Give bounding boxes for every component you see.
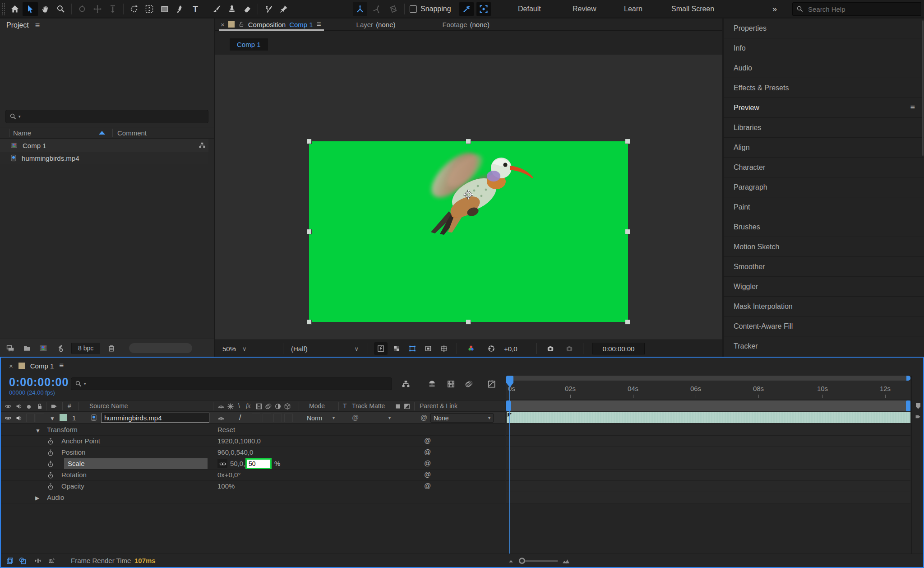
anchor-point-icon[interactable] <box>463 189 474 200</box>
selection-handle[interactable] <box>466 320 471 325</box>
rectangle-tool-icon[interactable] <box>157 2 172 16</box>
workspace-tab-learn[interactable]: Learn <box>624 0 642 18</box>
show-snapshot-icon[interactable] <box>563 342 576 355</box>
render-time-snail-icon[interactable] <box>46 556 57 566</box>
timeline-search-box[interactable]: ▾ <box>71 377 392 390</box>
workspace-tab-default[interactable]: Default <box>518 0 541 18</box>
local-axis-mode-button[interactable] <box>353 2 367 16</box>
panel-tab-align[interactable]: Align <box>724 138 924 158</box>
snapping-checkbox[interactable] <box>410 5 417 13</box>
constrain-proportions-link-icon[interactable] <box>217 459 227 468</box>
close-icon[interactable]: × <box>9 362 13 370</box>
luma-matte-column-icon[interactable] <box>403 403 411 410</box>
parent-pickwhip-icon[interactable]: @ <box>420 414 427 421</box>
expand-layer-switches-icon[interactable] <box>5 556 15 566</box>
motion-blur-column-icon[interactable] <box>265 403 272 410</box>
video-eye-column-icon[interactable] <box>5 403 12 410</box>
timeline-zoom-slider[interactable] <box>520 560 558 562</box>
exposure-value[interactable]: +0,0 <box>504 343 517 354</box>
panel-tab-motion-sketch[interactable]: Motion Sketch <box>724 237 924 257</box>
layer-lock-cell[interactable] <box>36 414 44 422</box>
timeline-navigator-bar[interactable] <box>506 376 910 381</box>
rotation-label[interactable]: Rotation <box>61 471 87 479</box>
playhead-handle[interactable] <box>506 376 513 383</box>
new-composition-icon[interactable] <box>39 344 48 352</box>
zoom-tool-icon[interactable] <box>53 2 69 16</box>
pickwhip-icon[interactable]: @ <box>424 437 431 444</box>
project-panel-menu-icon[interactable]: ≡ <box>35 21 40 30</box>
delete-trash-icon[interactable] <box>107 344 116 352</box>
region-of-interest-icon[interactable] <box>421 342 435 355</box>
timeline-menu-icon[interactable]: ≡ <box>59 361 64 370</box>
work-area-end-handle[interactable] <box>906 400 910 411</box>
motion-blur-icon[interactable] <box>461 377 476 391</box>
stopwatch-icon[interactable] <box>47 438 54 445</box>
clone-stamp-tool-icon[interactable] <box>224 2 240 16</box>
brush-tool-icon[interactable] <box>209 2 224 16</box>
alpha-matte-column-icon[interactable] <box>394 403 402 410</box>
exposure-shutter-icon[interactable] <box>485 342 498 355</box>
search-dropdown-chevron[interactable]: ▾ <box>18 114 21 119</box>
shy-column-icon[interactable] <box>217 403 225 410</box>
project-horizontal-scrollbar[interactable] <box>129 343 192 353</box>
take-snapshot-icon[interactable] <box>544 342 557 355</box>
t-column-header[interactable]: T <box>343 402 347 410</box>
panel-menu-icon[interactable]: ≡ <box>910 103 915 112</box>
snap-to-features-button[interactable] <box>476 2 491 16</box>
panel-tab-paragraph[interactable]: Paragraph <box>724 177 924 197</box>
position-value[interactable]: 960,0,540,0 <box>217 448 253 456</box>
workspace-overflow-chevron[interactable]: » <box>772 0 777 18</box>
zoom-out-mountain-icon[interactable] <box>505 556 516 566</box>
snap-along-edges-button[interactable] <box>459 2 474 16</box>
position-label[interactable]: Position <box>61 448 85 456</box>
layer-name-field[interactable]: hummingbirds.mp4 <box>101 413 209 423</box>
transform-group-row[interactable]: ▼ Transform Reset <box>1 424 505 436</box>
puppet-pin-tool-icon[interactable] <box>276 2 291 16</box>
composition-mini-flowchart-icon[interactable] <box>398 377 413 391</box>
frame-blending-icon[interactable] <box>443 377 458 391</box>
blend-mode-dropdown[interactable]: Norm ▾ <box>307 413 335 423</box>
panel-tab-preview[interactable]: Preview ≡ <box>724 98 924 118</box>
timeline-zoom-knob[interactable] <box>519 558 525 564</box>
parent-dropdown[interactable]: None ▾ <box>430 413 494 423</box>
pen-tool-icon[interactable] <box>172 2 188 16</box>
opacity-label[interactable]: Opacity <box>61 482 84 490</box>
rotation-row[interactable]: Rotation 0x+0,0° @ <box>1 470 505 481</box>
stopwatch-icon[interactable] <box>47 483 54 490</box>
rotation-tool-icon[interactable] <box>126 2 142 16</box>
effects-column-icon[interactable]: fx <box>246 402 250 410</box>
help-search-input[interactable] <box>808 5 898 13</box>
sidebar-scrollbar[interactable] <box>922 20 924 156</box>
time-ruler[interactable]: 0s 02s 04s 06s 08s 10s 12s <box>506 381 910 400</box>
opacity-row[interactable]: Opacity 100% @ <box>1 481 505 492</box>
tab-footage[interactable]: Footage (none) <box>442 21 489 28</box>
panel-tab-character[interactable]: Character <box>724 158 924 177</box>
pickwhip-icon[interactable]: @ <box>424 482 431 489</box>
graph-editor-icon[interactable] <box>484 377 499 391</box>
pan-behind-tool-icon[interactable] <box>142 2 157 16</box>
pan-camera-tool-icon[interactable] <box>90 2 105 16</box>
workspace-tab-review[interactable]: Review <box>573 0 596 18</box>
draft-3d-icon[interactable] <box>424 377 439 391</box>
help-search-box[interactable] <box>792 2 921 16</box>
panel-tab-tracker[interactable]: Tracker <box>724 336 924 356</box>
layer-duration-bar[interactable] <box>507 412 910 423</box>
timeline-tab[interactable]: × Comp 1 ≡ <box>1 358 923 374</box>
anchor-point-value[interactable]: 1920,0,1080,0 <box>217 437 261 445</box>
work-area-bar[interactable] <box>506 400 910 411</box>
viewer-menu-icon[interactable]: ≡ <box>317 20 321 29</box>
fast-previews-icon[interactable] <box>374 342 388 355</box>
panel-tab-libraries[interactable]: Libraries <box>724 118 924 138</box>
transform-expand-chevron[interactable]: ▼ <box>35 428 41 434</box>
label-column-icon[interactable] <box>51 403 58 410</box>
source-name-column-header[interactable]: Source Name <box>89 402 128 410</box>
comp-viewer-chip[interactable]: Comp 1 <box>230 38 268 51</box>
position-row[interactable]: Position 960,0,540,0 @ <box>1 447 505 458</box>
panel-tab-smoother[interactable]: Smoother <box>724 257 924 277</box>
layer-audio-speaker-icon[interactable] <box>15 414 23 422</box>
mode-column-header[interactable]: Mode <box>309 402 325 410</box>
selection-handle[interactable] <box>625 229 630 234</box>
viewer-timecode[interactable]: 0:00:00:00 <box>592 343 645 354</box>
3d-layer-column-icon[interactable] <box>284 403 291 410</box>
close-icon[interactable]: × <box>221 21 225 28</box>
